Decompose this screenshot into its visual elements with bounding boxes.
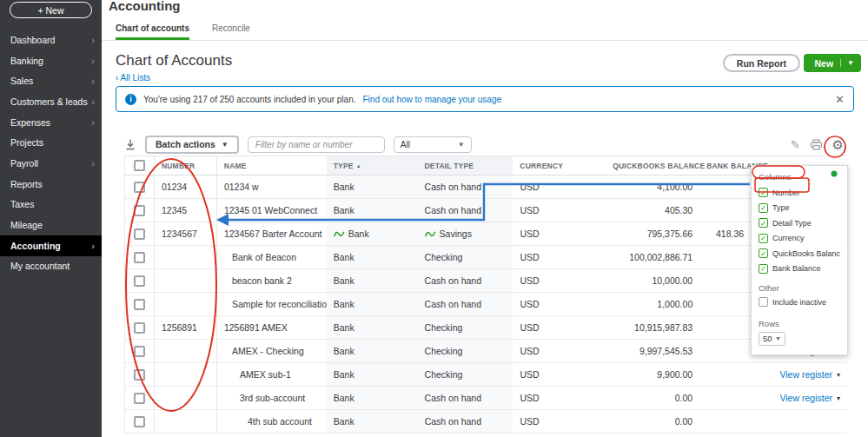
table-body: 0123401234 wBankCash on handUSD4,100.001… [125,175,847,434]
row-checkbox[interactable] [134,322,145,334]
column-option-number[interactable]: ✓Number [759,185,840,201]
checkbox-icon[interactable]: ✓ [759,188,768,197]
sidebar-item-sales[interactable]: Sales› [0,70,102,91]
column-header-currency[interactable]: CURRENCY [513,156,606,175]
column-header-label: CURRENCY [520,162,563,170]
cell-type: Bank [327,199,418,222]
sidebar-item-label: Payroll [10,158,38,169]
batch-actions-button[interactable]: Batch actions ▼ [145,136,239,154]
all-lists-link[interactable]: ‹ All Lists [116,73,150,83]
new-button-sidebar[interactable]: + New [10,2,92,18]
row-checkbox[interactable] [134,205,145,216]
sidebar-item-dashboard[interactable]: Dashboard› [0,30,102,50]
checkbox-icon[interactable]: ✓ [759,218,768,228]
include-inactive-option[interactable]: Include inactive [759,295,840,310]
checkbox-icon[interactable]: ✓ [759,248,768,258]
column-option-detail-type[interactable]: ✓Detail Type [759,215,840,231]
export-icon[interactable] [124,138,136,150]
cell-bank-balance: 418.36 [699,222,751,245]
new-account-label: New [814,58,833,69]
usage-banner-text: You're using 217 of 250 accounts include… [143,95,356,104]
sidebar-item-accounting[interactable]: Accounting› [0,235,102,256]
checkbox-icon[interactable]: ✓ [759,264,768,274]
view-register-link[interactable]: View register [779,369,832,380]
cell-name: beacon bank 2 [216,269,327,292]
column-header-type[interactable]: TYPE▲ [327,156,418,175]
cell-number: 01234 [154,175,216,198]
row-checkbox[interactable] [134,369,145,381]
column-header-label: NAME [224,162,247,170]
sidebar-item-label: My accountant [10,261,70,271]
table-row: AMEX - CheckingBankCheckingUSD9,997,545.… [125,340,847,363]
row-checkbox[interactable] [134,346,145,357]
type-filter-select[interactable]: All ▼ [394,136,472,153]
sidebar-item-taxes[interactable]: Taxes [0,195,102,215]
column-header-detail-type[interactable]: DETAIL TYPE [418,156,514,175]
sidebar-item-label: Accounting [10,241,61,251]
tab-reconcile[interactable]: Reconcile [212,23,250,40]
table-header: NUMBERNAMETYPE▲DETAIL TYPECURRENCYQUICKB… [125,156,847,175]
chevron-right-icon: › [91,117,95,128]
column-option-currency[interactable]: ✓Currency [759,231,840,247]
column-option-type[interactable]: ✓Type [759,201,840,216]
chevron-right-icon: › [91,96,95,107]
sidebar-item-customers-leads[interactable]: Customers & leads› [0,91,102,112]
cell-detail-type: Savings [418,222,514,245]
sidebar-item-expenses[interactable]: Expenses› [0,112,102,133]
column-header-number[interactable]: NUMBER [154,156,216,175]
edit-icon[interactable]: ✎ [791,138,800,151]
row-checkbox[interactable] [134,275,145,287]
column-header-name[interactable]: NAME [216,156,327,175]
row-checkbox[interactable] [134,416,145,427]
checkbox-icon[interactable]: ✓ [759,234,768,243]
row-checkbox[interactable] [134,299,145,310]
row-checkbox[interactable] [134,393,145,404]
new-account-button[interactable]: New ▼ [804,54,861,72]
sidebar-item-projects[interactable]: Projects [0,132,102,153]
sidebar-item-payroll[interactable]: Payroll› [0,153,102,174]
cell-quickbooks-balance: 100,002,886.71 [606,246,699,268]
row-checkbox[interactable] [134,182,145,193]
cell-detail-type: Checking [418,340,514,362]
cell-detail-type: Checking [418,246,514,268]
caret-down-icon: ▾ [837,394,840,402]
cell-currency: USD [513,175,606,198]
tab-chart-of-accounts[interactable]: Chart of accounts [116,23,189,40]
sidebar-item-reports[interactable]: Reports [0,174,102,195]
cell-bank-balance [699,175,751,198]
cell-bank-balance [699,410,751,433]
column-option-quickbooks-balance[interactable]: ✓QuickBooks Balance [759,246,840,262]
column-option-bank-balance[interactable]: ✓Bank Balance [759,262,840,277]
table-row: AMEX sub-1BankCheckingUSD9,900.00View re… [125,363,847,387]
sidebar-item-my-accountant[interactable]: My accountant [0,256,102,277]
column-header-quickbooks-balance[interactable]: QUICKBOOKS BALANCE [606,156,699,175]
select-all-checkbox[interactable] [134,160,145,171]
cell-name: 1234567 Barter Account [216,222,327,245]
filter-input[interactable] [248,136,385,153]
row-checkbox[interactable] [134,252,145,263]
cell-currency: USD [513,340,606,362]
cell-currency: USD [513,199,606,222]
column-header-bank-balance[interactable]: BANK BALANCE [699,156,751,175]
view-register-link[interactable]: View register [779,393,832,403]
columns-settings-popup: Columns ✓Number✓Type✓Detail Type✓Currenc… [751,165,848,355]
run-report-button[interactable]: Run Report [723,54,800,72]
printer-icon[interactable] [810,139,823,150]
sort-asc-icon: ▲ [356,163,361,169]
sidebar-item-mileage[interactable]: Mileage [0,215,102,235]
rows-per-page-select[interactable]: 50 ▼ [759,332,785,346]
table-row: 4th sub accountBankCash on handUSD0.00 [125,410,847,434]
sidebar-item-label: Sales [10,76,33,86]
cell-number: 1234567 [154,222,216,245]
cell-number [154,293,216,315]
sidebar-item-label: Reports [10,179,43,189]
close-icon[interactable]: ✕ [835,93,845,106]
checkbox-icon[interactable] [759,297,768,307]
sidebar-item-banking[interactable]: Banking› [0,50,102,71]
row-checkbox[interactable] [134,228,145,240]
caret-down-icon: ▼ [840,59,854,67]
usage-banner-link[interactable]: Find out how to manage your usage [363,95,502,104]
checkbox-icon[interactable]: ✓ [759,203,768,213]
gear-icon[interactable]: ⚙ [832,138,844,151]
cell-type: Bank [327,175,418,198]
